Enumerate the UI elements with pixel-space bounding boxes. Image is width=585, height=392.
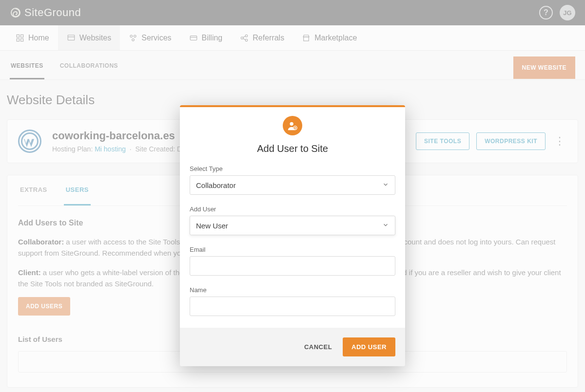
modal-footer: CANCEL ADD USER [180,328,405,366]
modal-title: Add User to Site [190,143,395,154]
select-type-label: Select Type [190,165,395,172]
email-label: Email [190,246,395,253]
svg-point-19 [290,122,293,126]
add-user-submit-button[interactable]: ADD USER [343,337,395,356]
select-type-value: Collaborator [196,181,236,189]
add-user-icon [283,116,302,135]
select-type-dropdown[interactable]: Collaborator [190,175,395,195]
chevron-down-icon [382,222,389,230]
add-user-dropdown[interactable]: New User [190,216,395,235]
cancel-button[interactable]: CANCEL [304,343,332,351]
add-user-value: New User [196,222,228,230]
chevron-down-icon [382,181,389,189]
name-field[interactable] [190,297,395,316]
add-user-modal: Add User to Site Select Type Collaborato… [180,105,405,366]
email-field[interactable] [190,256,395,276]
name-label: Name [190,286,395,294]
add-user-label: Add User [190,205,395,213]
modal-body: Add User to Site Select Type Collaborato… [180,107,405,328]
